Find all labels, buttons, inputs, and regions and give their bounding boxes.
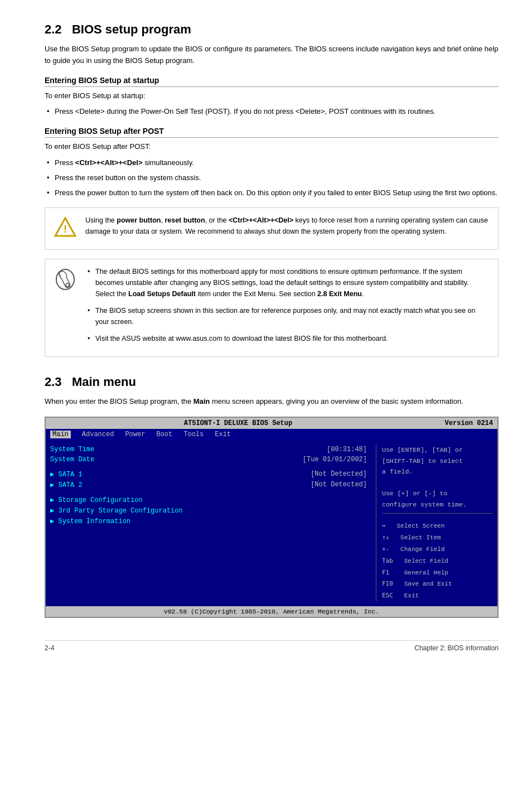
bios-title-center: AT5IONT-I DELUXE BIOS Setup xyxy=(50,419,426,427)
bios-left-panel: System Time [00:31:48] System Date [Tue … xyxy=(50,445,371,602)
bios-sata2-row: ▶ SATA 2 [Not Detected] xyxy=(50,480,367,490)
bios-footer: v02.58 (C)Copyright 1985-2010, American … xyxy=(46,606,497,617)
section-23-intro: When you enter the BIOS Setup program, t… xyxy=(45,396,499,408)
bios-title-bar: AT5IONT-I DELUXE BIOS Setup Version 0214 xyxy=(46,418,497,429)
note-bullet-2: The BIOS setup screens shown in this sec… xyxy=(85,305,489,327)
footer-page-number: 2-4 xyxy=(45,644,54,652)
bios-menu-bar: Main Advanced Power Boot Tools Exit xyxy=(46,429,497,440)
bios-storage-config: Storage Configuration xyxy=(50,495,367,505)
bios-key-field: Tab Select Field xyxy=(382,555,493,567)
subsection-entering-post: Entering BIOS Setup after POST xyxy=(45,127,499,138)
bios-right-panel: Use [ENTER], [TAB] or [SHIFT-TAB] to sel… xyxy=(376,445,493,602)
warning-icon: ! xyxy=(54,216,76,243)
bios-menu-power[interactable]: Power xyxy=(125,431,145,438)
section-22-title: 2.2 BIOS setup program xyxy=(45,22,499,37)
bios-system-time-label: System Time xyxy=(50,446,94,453)
bios-menu-tools[interactable]: Tools xyxy=(183,431,204,438)
bios-sata2-value: [Not Detected] xyxy=(311,481,367,489)
post-bullet-1: Press <Ctrl>+<Alt>+<Del> simultaneously. xyxy=(45,157,499,169)
bios-key-item: ↑↓ Select Item xyxy=(382,532,493,544)
section-22-intro: Use the BIOS Setup program to update the… xyxy=(45,44,499,67)
bios-menu-main[interactable]: Main xyxy=(50,431,71,438)
bios-divider xyxy=(382,513,493,514)
warning-text: Using the power button, reset button, or… xyxy=(85,215,489,237)
note-bullet-3: Visit the ASUS website at www.asus.com t… xyxy=(85,333,489,344)
bios-3rd-party-storage: 3rd Party Storage Configuration xyxy=(50,505,367,516)
section-23: 2.3 Main menu When you enter the BIOS Se… xyxy=(45,375,499,618)
bios-key-help: F1 General Help xyxy=(382,567,493,579)
bios-menu-exit[interactable]: Exit xyxy=(215,431,231,438)
bios-system-date-label: System Date xyxy=(50,456,94,463)
subsection-entering-startup: Entering BIOS Setup at startup xyxy=(45,76,499,87)
entering-startup-lead: To enter BIOS Setup at startup: xyxy=(45,90,499,102)
note-bullet-1: The default BIOS settings for this mothe… xyxy=(85,266,489,299)
bios-sata1-value: [Not Detected] xyxy=(311,470,367,479)
note-bullets: The default BIOS settings for this mothe… xyxy=(85,266,489,344)
note-icon xyxy=(54,267,76,296)
bios-system-time-row: System Time [00:31:48] xyxy=(50,445,367,455)
bios-system-time-value: [00:31:48] xyxy=(327,446,367,453)
bios-sata1-row: ▶ SATA 1 [Not Detected] xyxy=(50,469,367,480)
entering-post-lead: To enter BIOS Setup after POST: xyxy=(45,141,499,153)
bios-key-screen: ↔ Select Screen xyxy=(382,520,493,532)
svg-text:!: ! xyxy=(64,224,67,235)
bios-key-change: +- Change Field xyxy=(382,544,493,555)
startup-bullet-1: Press <Delete> during the Power-On Self … xyxy=(45,106,499,118)
bios-sata2-label: ▶ SATA 2 xyxy=(50,481,83,489)
section-23-heading: Main menu xyxy=(72,375,136,389)
bios-system-date-row: System Date [Tue 01/01/2002] xyxy=(50,455,367,465)
section-23-number: 2.3 xyxy=(45,375,62,389)
bios-menu-advanced[interactable]: Advanced xyxy=(82,431,114,438)
entering-post-bullets: Press <Ctrl>+<Alt>+<Del> simultaneously.… xyxy=(45,157,499,199)
section-22-number: 2.2 xyxy=(45,22,62,37)
page-footer: 2-4 Chapter 2: BIOS information xyxy=(45,640,499,652)
svg-point-3 xyxy=(66,283,69,287)
bios-system-date-value: [Tue 01/01/2002] xyxy=(303,456,367,463)
bios-screen: AT5IONT-I DELUXE BIOS Setup Version 0214… xyxy=(45,417,499,618)
section-22-heading: BIOS setup program xyxy=(72,22,191,37)
note-content: The default BIOS settings for this mothe… xyxy=(85,266,489,350)
bios-body: System Time [00:31:48] System Date [Tue … xyxy=(46,440,497,606)
section-22: 2.2 BIOS setup program Use the BIOS Setu… xyxy=(45,22,499,357)
footer-chapter: Chapter 2: BIOS information xyxy=(414,644,499,652)
bios-version: Version 0214 xyxy=(426,419,493,427)
bios-menu-boot[interactable]: Boot xyxy=(156,431,172,438)
bios-sata1-label: ▶ SATA 1 xyxy=(50,470,83,479)
bios-key-exit: ESC Exit xyxy=(382,590,493,602)
bios-system-info: System Information xyxy=(50,516,367,526)
bios-keys: ↔ Select Screen ↑↓ Select Item +- Change… xyxy=(382,520,493,602)
bios-help-text: Use [ENTER], [TAB] or [SHIFT-TAB] to sel… xyxy=(382,445,493,510)
warning-box: ! Using the power button, reset button, … xyxy=(45,207,499,250)
entering-startup-bullets: Press <Delete> during the Power-On Self … xyxy=(45,106,499,118)
bios-key-save: F10 Save and Exit xyxy=(382,578,493,590)
section-23-title: 2.3 Main menu xyxy=(45,375,499,389)
note-box: The default BIOS settings for this mothe… xyxy=(45,259,499,357)
post-bullet-3: Press the power button to turn the syste… xyxy=(45,187,499,199)
post-bullet-2: Press the reset button on the system cha… xyxy=(45,172,499,184)
